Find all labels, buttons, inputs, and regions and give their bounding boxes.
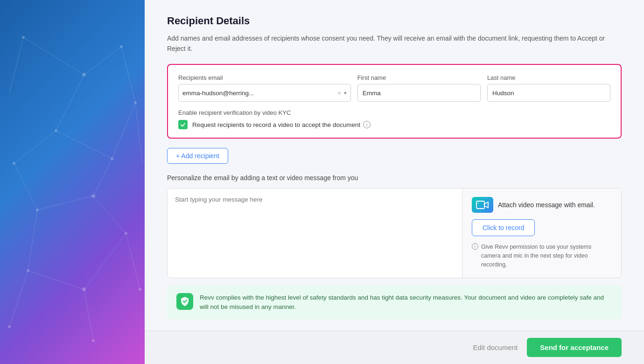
- kyc-section-label: Enable recipient verification by video K…: [178, 109, 610, 116]
- email-field-group: Recipients email emma-hudson@herring... …: [178, 74, 351, 102]
- safety-banner: Revv complies with the highest level of …: [167, 286, 622, 320]
- svg-point-31: [139, 288, 141, 291]
- svg-point-24: [111, 157, 113, 160]
- svg-line-0: [23, 37, 84, 75]
- recipient-fields-row: Recipients email emma-hudson@herring... …: [178, 74, 610, 102]
- permission-info-icon: i: [472, 243, 478, 250]
- svg-line-16: [9, 271, 28, 327]
- svg-line-2: [121, 47, 135, 103]
- svg-line-12: [28, 271, 84, 289]
- kyc-checkbox[interactable]: [178, 120, 188, 129]
- edit-document-button[interactable]: Edit document: [473, 343, 518, 351]
- first-name-input[interactable]: [357, 84, 481, 102]
- network-decoration: [0, 0, 145, 364]
- svg-point-21: [120, 45, 123, 48]
- email-input-wrapper[interactable]: emma-hudson@herring... × ▾: [178, 84, 351, 102]
- first-name-label: First name: [357, 74, 481, 81]
- kyc-info-icon[interactable]: i: [363, 121, 371, 128]
- right-panel: Recipient Details Add names and email ad…: [145, 0, 644, 364]
- last-name-field-group: Last name: [487, 74, 610, 102]
- safety-text: Revv complies with the highest level of …: [200, 293, 612, 312]
- send-for-acceptance-button[interactable]: Send for acceptance: [527, 338, 622, 357]
- click-to-record-button[interactable]: Click to record: [472, 219, 535, 236]
- svg-rect-34: [476, 201, 484, 209]
- svg-point-22: [134, 101, 137, 104]
- svg-line-5: [112, 103, 135, 159]
- kyc-section: Enable recipient verification by video K…: [178, 109, 610, 129]
- svg-line-13: [84, 233, 126, 289]
- checkmark-icon: [180, 122, 186, 127]
- left-background: [0, 0, 145, 364]
- svg-point-23: [55, 129, 57, 132]
- message-textarea[interactable]: [168, 189, 462, 271]
- email-close-icon[interactable]: ×: [337, 90, 341, 97]
- svg-line-10: [93, 196, 126, 233]
- svg-line-4: [56, 131, 112, 159]
- svg-line-6: [14, 131, 56, 163]
- svg-point-25: [13, 162, 15, 165]
- svg-rect-35: [478, 203, 479, 204]
- svg-line-7: [14, 163, 37, 210]
- svg-point-32: [92, 339, 95, 342]
- svg-line-8: [37, 196, 93, 210]
- svg-line-14: [126, 233, 140, 289]
- svg-point-29: [27, 269, 29, 272]
- page-description: Add names and email addresses of recipie…: [167, 34, 622, 54]
- svg-line-15: [84, 289, 93, 341]
- page-title: Recipient Details: [167, 15, 622, 27]
- video-camera-icon: [476, 200, 489, 210]
- svg-line-9: [93, 159, 112, 196]
- shield-icon: [180, 296, 189, 307]
- personalize-label: Personalize the email by adding a text o…: [167, 174, 622, 182]
- svg-line-3: [56, 75, 84, 131]
- shield-icon-wrapper: [176, 293, 193, 310]
- kyc-checkbox-row: Request recipients to record a video to …: [178, 120, 610, 129]
- svg-point-20: [82, 73, 86, 77]
- last-name-label: Last name: [487, 74, 610, 81]
- svg-line-17: [135, 103, 142, 163]
- email-field-label: Recipients email: [178, 74, 351, 81]
- first-name-field-group: First name: [357, 74, 481, 102]
- main-content: Recipient Details Add names and email ad…: [145, 0, 644, 330]
- permission-text: Give Revv permission to use your systems…: [481, 243, 612, 269]
- svg-point-33: [8, 325, 11, 328]
- svg-point-28: [125, 232, 127, 235]
- footer-bar: Edit document Send for acceptance: [145, 330, 644, 364]
- svg-point-30: [82, 287, 86, 291]
- kyc-checkbox-text: Request recipients to record a video to …: [192, 121, 371, 128]
- video-attach-text: Attach video message with email.: [498, 201, 595, 209]
- permission-text-block: i Give Revv permission to use your syste…: [472, 243, 612, 269]
- email-chevron-icon[interactable]: ▾: [344, 90, 347, 96]
- recipient-block: Recipients email emma-hudson@herring... …: [167, 64, 622, 139]
- svg-line-18: [9, 37, 23, 93]
- svg-point-26: [36, 209, 39, 211]
- svg-point-19: [22, 36, 25, 39]
- email-value: emma-hudson@herring...: [182, 90, 335, 97]
- svg-point-27: [91, 194, 95, 198]
- svg-line-11: [28, 210, 37, 271]
- video-panel: Attach video message with email. Click t…: [462, 189, 621, 277]
- add-recipient-button[interactable]: + Add recipient: [167, 148, 228, 164]
- last-name-input[interactable]: [487, 84, 610, 102]
- message-textarea-wrapper: [168, 189, 462, 277]
- video-attach-row: Attach video message with email.: [472, 197, 612, 213]
- personalize-row: Attach video message with email. Click t…: [167, 188, 622, 278]
- svg-line-1: [84, 47, 121, 75]
- video-icon-wrapper: [472, 197, 493, 213]
